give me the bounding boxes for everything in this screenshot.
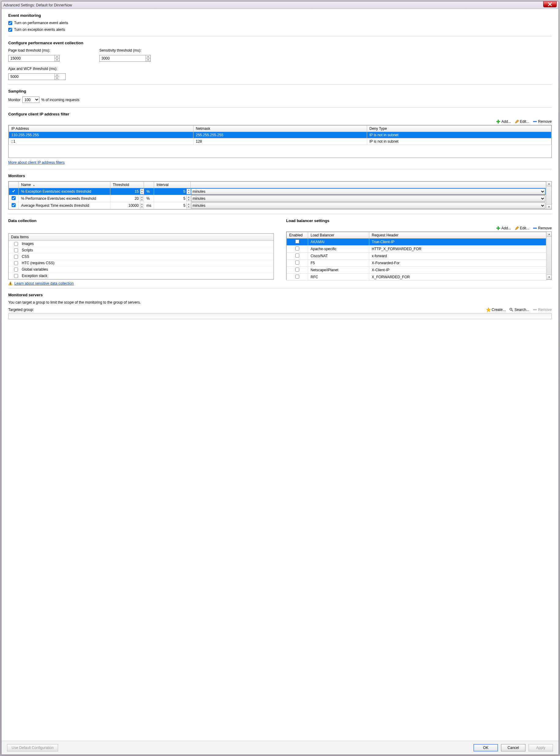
exception-alerts-label: Turn on exception events alerts: [14, 27, 65, 32]
lb-col-header[interactable]: Request Header: [369, 232, 546, 238]
ip-col-deny[interactable]: Deny Type: [367, 126, 552, 132]
ip-more-link[interactable]: More about client IP address filters: [8, 160, 65, 165]
sampling-select[interactable]: 100: [22, 97, 39, 103]
lb-edit-button[interactable]: Edit...: [515, 226, 529, 230]
scroll-down-icon[interactable]: ▼: [547, 275, 552, 279]
server-remove-button: Remove: [533, 308, 552, 312]
data-items-table: Data Items ImagesScriptsCSSHTC (requires…: [8, 233, 274, 279]
interval-unit-select[interactable]: minutes: [191, 203, 545, 209]
ip-table: IP Address Netmask Deny Type 110.255.255…: [8, 125, 552, 158]
threshold-input[interactable]: [111, 196, 140, 201]
ok-button[interactable]: OK: [474, 744, 498, 751]
monitor-row[interactable]: Average Request Time exceeds threshold ▲…: [9, 202, 546, 209]
ajax-input[interactable]: [8, 74, 55, 80]
data-item-row[interactable]: Global variables: [8, 266, 274, 273]
cancel-button[interactable]: Cancel: [501, 744, 525, 751]
ajax-spinner[interactable]: ▲▼: [8, 73, 66, 80]
lb-row[interactable]: Netscape/iPlanetX-Client-IP: [287, 267, 546, 274]
page-load-spinner[interactable]: ▲▼: [8, 55, 60, 62]
svg-rect-7: [533, 228, 537, 229]
monitors-scrollbar[interactable]: ▲ ▼: [546, 182, 552, 209]
event-monitoring-section: Event monitoring Turn on performance eve…: [8, 13, 552, 32]
search-button[interactable]: Search...: [509, 308, 529, 312]
monitor-row[interactable]: % Performance Events/sec exceeds thresho…: [9, 195, 546, 202]
data-item-row[interactable]: CSS: [8, 254, 274, 260]
minus-icon: [533, 120, 537, 124]
lb-remove-button[interactable]: Remove: [533, 226, 552, 230]
monitor-row[interactable]: % Exception Events/sec exceeds threshold…: [9, 188, 546, 195]
lb-enabled-checkbox[interactable]: [295, 260, 299, 265]
sampling-prefix: Monitor: [8, 98, 20, 102]
data-item-checkbox[interactable]: [14, 242, 18, 246]
data-item-checkbox[interactable]: [14, 248, 18, 252]
data-item-checkbox[interactable]: [14, 255, 18, 259]
interval-input[interactable]: [154, 203, 186, 208]
data-collection-section: Data collection Data Items ImagesScripts…: [8, 218, 274, 286]
data-item-row[interactable]: HTC (requires CSS): [8, 260, 274, 266]
load-balancer-heading: Load balancer settings: [286, 218, 552, 223]
lb-row[interactable]: Cisco/NATx-forward: [287, 253, 546, 260]
scroll-up-icon[interactable]: ▲: [546, 182, 552, 186]
interval-unit-select[interactable]: minutes: [191, 188, 545, 194]
svg-rect-6: [496, 228, 500, 229]
interval-input[interactable]: [154, 196, 186, 201]
ip-remove-button[interactable]: Remove: [533, 120, 552, 124]
ip-table-row[interactable]: 110.255.255.255255.255.255.255IP is not …: [9, 132, 552, 139]
lb-col-name[interactable]: Load Balancer: [308, 232, 369, 238]
lb-scrollbar[interactable]: ▲ ▼: [546, 232, 552, 279]
monitors-col-interval[interactable]: Interval: [154, 182, 191, 188]
exception-alerts-checkbox[interactable]: [8, 28, 12, 32]
targeted-group-input[interactable]: [8, 313, 552, 319]
sensitivity-label: Sensitivity threshold (ms):: [99, 48, 151, 52]
data-item-checkbox[interactable]: [14, 274, 18, 278]
data-item-row[interactable]: Scripts: [8, 247, 274, 254]
lb-row[interactable]: RFCX_FORWARDED_FOR: [287, 274, 546, 281]
interval-input[interactable]: [154, 189, 186, 194]
monitor-checkbox[interactable]: [12, 203, 16, 207]
ip-col-ip[interactable]: IP Address: [9, 126, 194, 132]
monitor-checkbox[interactable]: [12, 196, 16, 200]
interval-unit-select[interactable]: minutes: [191, 195, 545, 202]
sensitivity-spinner[interactable]: ▲▼: [99, 55, 151, 62]
ip-add-button[interactable]: Add...: [496, 120, 511, 124]
pencil-icon: [515, 226, 519, 230]
ajax-label: Ajax and WCF threshold (ms):: [8, 67, 552, 71]
perf-alerts-checkbox[interactable]: [8, 21, 12, 25]
data-item-checkbox[interactable]: [14, 261, 18, 265]
data-item-row[interactable]: Exception stack: [8, 273, 274, 279]
monitors-col-threshold[interactable]: Threshold: [111, 182, 144, 188]
lb-enabled-checkbox[interactable]: [295, 254, 299, 257]
close-button[interactable]: [543, 1, 557, 7]
lb-row[interactable]: Apache-specificHTTP_X_FORWARDED_FOR: [287, 246, 546, 253]
lb-row[interactable]: F5X-Forwarded-For: [287, 260, 546, 267]
threshold-input[interactable]: [111, 189, 140, 194]
monitors-col-check[interactable]: [9, 182, 19, 188]
ip-col-netmask[interactable]: Netmask: [193, 126, 367, 132]
sensitivity-input[interactable]: [100, 55, 145, 61]
monitor-checkbox[interactable]: [12, 189, 16, 193]
page-load-input[interactable]: [8, 55, 55, 61]
spin-down-icon[interactable]: ▼: [55, 59, 59, 62]
lb-col-enabled[interactable]: Enabled: [287, 232, 308, 238]
lb-enabled-checkbox[interactable]: [295, 247, 299, 250]
threshold-input[interactable]: [111, 203, 140, 208]
monitored-servers-section: Monitored servers You can target a group…: [8, 293, 552, 319]
monitors-col-name[interactable]: Name▲: [19, 182, 111, 188]
minus-icon: [533, 308, 537, 312]
lb-enabled-checkbox[interactable]: [295, 239, 299, 244]
create-button[interactable]: Create...: [486, 308, 505, 312]
data-item-label: Exception stack: [22, 274, 47, 278]
scroll-down-icon[interactable]: ▼: [546, 204, 552, 209]
data-item-row[interactable]: Images: [8, 241, 274, 247]
scroll-up-icon[interactable]: ▲: [547, 232, 552, 237]
svg-rect-4: [10, 285, 11, 285]
learn-sensitive-link[interactable]: Learn about sensitive data collection: [14, 281, 74, 286]
lb-enabled-checkbox[interactable]: [295, 275, 299, 278]
spin-up-icon[interactable]: ▲: [55, 55, 59, 59]
ip-edit-button[interactable]: Edit...: [515, 120, 529, 124]
data-item-checkbox[interactable]: [14, 268, 18, 272]
lb-enabled-checkbox[interactable]: [295, 268, 299, 272]
lb-row[interactable]: AKAMAITrue-Client-IP: [287, 238, 546, 246]
ip-table-row[interactable]: ::1128IP is not in subnet: [9, 139, 552, 145]
lb-add-button[interactable]: Add...: [496, 226, 511, 230]
